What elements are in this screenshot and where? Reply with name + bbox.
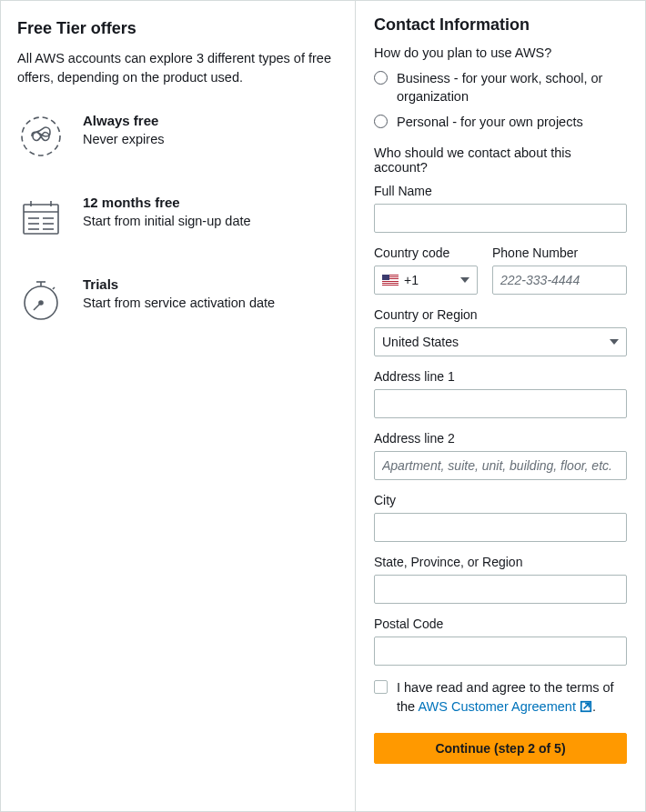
offer-title: 12 months free	[83, 195, 251, 210]
agreement-link[interactable]: AWS Customer Agreement	[418, 699, 592, 714]
addr2-label: Address line 2	[374, 431, 627, 446]
country-select[interactable]: United States	[374, 327, 627, 356]
radio-personal[interactable]: Personal - for your own projects	[374, 113, 627, 131]
city-label: City	[374, 493, 627, 507]
offer-sub: Never expires	[83, 132, 164, 146]
radio-label: Personal - for your own projects	[397, 113, 583, 131]
agree-suffix: .	[592, 699, 596, 714]
usage-question: How do you plan to use AWS?	[374, 45, 627, 60]
chevron-down-icon	[610, 339, 619, 345]
us-flag-icon	[382, 275, 399, 286]
offer-sub: Start from service activation date	[83, 296, 275, 310]
offer-12-months: 12 months free Start from initial sign-u…	[17, 195, 338, 242]
offer-always-free: Always free Never expires	[17, 113, 338, 160]
country-code-value: +1	[404, 273, 419, 287]
country-label: Country or Region	[374, 307, 627, 322]
stopwatch-icon	[17, 276, 65, 324]
calendar-icon	[17, 195, 65, 242]
addr2-input[interactable]	[374, 451, 627, 480]
external-link-icon	[580, 699, 592, 718]
fullname-input[interactable]	[374, 204, 627, 233]
continue-button[interactable]: Continue (step 2 of 5)	[374, 733, 627, 764]
offer-sub: Start from initial sign-up date	[83, 214, 251, 228]
state-label: State, Province, or Region	[374, 555, 627, 569]
contact-question: Who should we contact about this account…	[374, 145, 627, 175]
addr1-input[interactable]	[374, 389, 627, 418]
svg-line-16	[53, 287, 55, 289]
phone-input[interactable]	[492, 266, 627, 295]
offer-title: Trials	[83, 276, 275, 292]
svg-point-15	[39, 301, 43, 305]
state-input[interactable]	[374, 575, 627, 604]
phone-label: Phone Number	[492, 246, 627, 260]
offer-title: Always free	[83, 113, 164, 128]
infinity-icon	[17, 113, 65, 160]
city-input[interactable]	[374, 513, 627, 542]
addr1-label: Address line 1	[374, 369, 627, 384]
free-tier-intro: All AWS accounts can explore 3 different…	[17, 49, 338, 87]
radio-business[interactable]: Business - for your work, school, or org…	[374, 69, 627, 106]
country-code-select[interactable]: +1	[374, 266, 478, 295]
agree-label: I have read and agree to the terms of th…	[397, 678, 627, 718]
agree-checkbox[interactable]	[374, 680, 388, 694]
contact-info-heading: Contact Information	[374, 15, 627, 35]
chevron-down-icon	[460, 277, 469, 283]
radio-icon[interactable]	[374, 115, 388, 128]
offer-trials: Trials Start from service activation dat…	[17, 276, 338, 324]
radio-label: Business - for your work, school, or org…	[397, 69, 627, 106]
radio-icon[interactable]	[374, 71, 388, 85]
fullname-label: Full Name	[374, 184, 627, 198]
postal-label: Postal Code	[374, 617, 627, 631]
country-code-label: Country code	[374, 246, 478, 260]
postal-input[interactable]	[374, 637, 627, 666]
country-value: United States	[382, 335, 459, 349]
free-tier-heading: Free Tier offers	[17, 19, 338, 38]
